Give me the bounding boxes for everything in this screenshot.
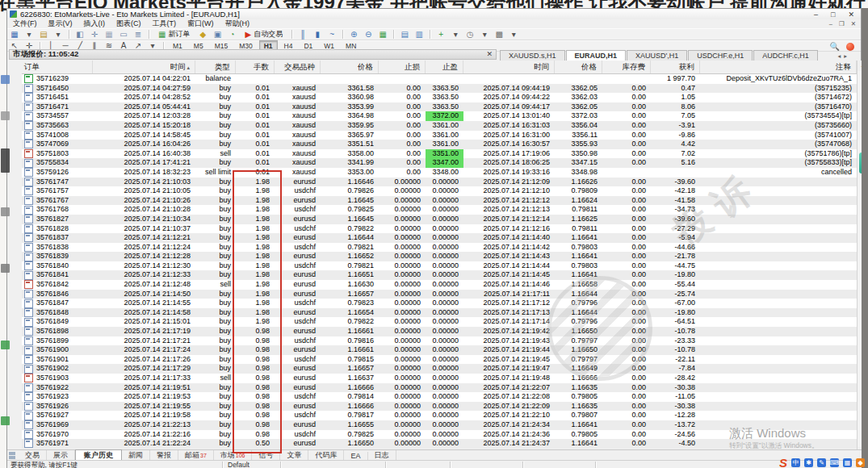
column-header-7[interactable]: 止盈: [426, 61, 463, 73]
indicator-add-icon[interactable]: +: [434, 29, 447, 40]
chart-tab-xauusd-s-h1[interactable]: XAUUSD.s,H1: [500, 50, 565, 61]
table-row[interactable]: 357618402025.07.14 21:12:30buy1.98usdchf…: [22, 261, 857, 271]
table-row[interactable]: 357345572025.07.14 12:03:28buy0.01xauusd…: [22, 111, 857, 121]
template-icon[interactable]: ▩: [493, 29, 505, 40]
ime-icon-5[interactable]: ◆: [856, 458, 865, 467]
strategy-tester-icon[interactable]: ◔: [225, 29, 238, 40]
menu-bar: 文件(F)显示(V)插入(I)图表(C)工具(T)窗口(W)帮助(H): [7, 19, 861, 28]
chart-tab-audchf-c-h1[interactable]: AUDCHF.c,H1: [753, 50, 818, 61]
column-header-6[interactable]: 止损: [379, 61, 426, 73]
chart-window-icon[interactable]: ▭: [117, 29, 130, 40]
table-row[interactable]: 357470692025.07.14 16:04:26buy0.01xauusd…: [22, 140, 857, 149]
column-header-12[interactable]: 注释: [700, 61, 857, 73]
table-row[interactable]: 357618482025.07.14 21:14:58buy1.98eurusd…: [22, 308, 857, 318]
table-row[interactable]: 357619002025.07.14 21:17:24buy0.98eurusd…: [22, 345, 857, 355]
chevron-down-icon[interactable]: ▾: [52, 29, 65, 40]
table-row[interactable]: 357619262025.07.14 21:19:55buy0.98eurusd…: [22, 402, 857, 412]
chevron-down-icon[interactable]: ▾: [478, 29, 491, 40]
chevron-down-icon[interactable]: ▾: [23, 29, 36, 40]
chevron-down-icon[interactable]: ▾: [507, 29, 520, 40]
table-row[interactable]: 357164512025.07.14 04:28:52buy0.01xauusd…: [22, 93, 857, 102]
ime-icon-4[interactable]: ▦: [843, 458, 852, 467]
ime-icon-3[interactable]: ⌨: [830, 458, 839, 467]
zoom-out-icon[interactable]: ⊖: [362, 29, 375, 40]
arrange-icon[interactable]: ▤: [398, 29, 411, 40]
cell-swap: 0.00: [602, 243, 651, 253]
table-row[interactable]: 357618382025.07.14 21:12:24buy1.98usdchf…: [22, 243, 857, 253]
chevron-down-icon[interactable]: ▾: [449, 29, 462, 40]
bar-chart-icon[interactable]: ║: [296, 29, 309, 40]
cell-p1: 0.79825: [321, 430, 379, 440]
table-row[interactable]: 357619222025.07.14 21:19:51buy0.98eurusd…: [22, 383, 857, 393]
table-row[interactable]: 357164502025.07.14 04:27:59buy0.01xauusd…: [22, 84, 857, 94]
chart-tab-euraud-h1[interactable]: EURAUD,H1: [566, 50, 627, 61]
candlestick-icon[interactable]: ▮: [311, 29, 324, 40]
table-row[interactable]: 357618992025.07.14 21:17:21buy0.98usdchf…: [22, 336, 857, 346]
objects-list-icon[interactable]: ≣: [132, 29, 145, 40]
tab-scroll-arrows[interactable]: ◂▸: [837, 52, 850, 60]
close-button[interactable]: ✕: [848, 10, 854, 19]
column-header-4[interactable]: 交易品种: [275, 61, 321, 73]
column-header-3[interactable]: 手数: [236, 61, 275, 73]
profiles-icon[interactable]: ▤: [37, 29, 50, 40]
table-row[interactable]: 357619022025.07.14 21:17:29buy0.98eurusd…: [22, 364, 857, 374]
column-header-0[interactable]: 订单: [22, 61, 93, 73]
cell-lots: 0.01: [236, 149, 275, 159]
table-row[interactable]: 357356632025.07.14 15:20:18buy0.01xauusd…: [22, 121, 857, 131]
ime-icon-1[interactable]: ✱: [804, 458, 813, 467]
new-order-button[interactable]: ▦新订单: [154, 29, 194, 40]
terminal-icon[interactable]: ▣: [211, 29, 224, 40]
table-row[interactable]: 357619272025.07.14 21:19:58buy0.98usdchf…: [22, 411, 857, 420]
grid-icon[interactable]: ▦: [103, 29, 115, 40]
table-row[interactable]: 357618982025.07.14 21:17:19buy0.98eurusd…: [22, 327, 857, 336]
minimize-button[interactable]: –: [814, 10, 818, 19]
line-chart-icon[interactable]: ~: [325, 29, 338, 40]
table-row[interactable]: 357618372025.07.14 21:12:21buy1.98eurusd…: [22, 233, 857, 243]
cell-tp: 0.00000: [426, 243, 463, 253]
column-header-9[interactable]: 价格: [555, 61, 602, 73]
column-header-2[interactable]: 类型: [195, 61, 236, 73]
terminal-tab-EA[interactable]: EA: [344, 452, 367, 460]
table-row[interactable]: 357618462025.07.14 21:14:50buy1.98eurusd…: [22, 290, 857, 299]
tile-windows-icon[interactable]: ▦: [376, 29, 389, 40]
zoom-in-icon[interactable]: ⊕: [347, 29, 360, 40]
column-header-1[interactable]: 时间▴: [93, 61, 195, 73]
column-header-10[interactable]: 库存费: [602, 61, 651, 73]
mdi-restore-button[interactable]: ❐: [839, 20, 845, 27]
mdi-minimize-button[interactable]: –: [829, 20, 832, 27]
table-row[interactable]: 357164712025.07.14 05:44:41buy0.01xauusd…: [22, 102, 857, 112]
expert-advisor-icon[interactable]: ◆: [196, 29, 209, 40]
table-row[interactable]: 357619232025.07.14 21:19:53buy0.98usdchf…: [22, 392, 857, 402]
table-row[interactable]: 357162392025.07.14 04:22:01balance1 997.…: [22, 74, 857, 84]
new-chart-icon[interactable]: ▦: [8, 29, 21, 40]
mdi-close-button[interactable]: ✕: [851, 20, 856, 27]
period-clock-icon[interactable]: ◷: [463, 29, 476, 40]
column-header-11[interactable]: 获利: [651, 61, 700, 73]
table-row[interactable]: 357619012025.07.14 21:17:26buy0.98usdchf…: [22, 355, 857, 365]
maximize-button[interactable]: □: [831, 10, 835, 19]
chart-tab-usdchf-e-h1[interactable]: USDCHF.e,H1: [688, 50, 753, 61]
market-watch-caption[interactable]: 市场报价: 11:05:42 ✕: [9, 49, 497, 60]
ime-icon-0[interactable]: 中: [791, 458, 800, 467]
table-row[interactable]: 357619032025.07.14 21:17:33sell0.98eurus…: [22, 374, 857, 383]
autotrade-button[interactable]: ▶自动交易: [241, 29, 287, 40]
table-row[interactable]: 357618392025.07.14 21:12:28buy1.98eurusd…: [22, 252, 857, 261]
table-row[interactable]: 357618422025.07.14 21:12:48sell1.98eurus…: [22, 280, 857, 290]
cell-swap: 0.00: [602, 252, 651, 261]
table-row[interactable]: 357618472025.07.14 21:14:55buy1.98usdchf…: [22, 299, 857, 308]
chart-shift-icon[interactable]: ◧: [73, 29, 86, 40]
column-header-8[interactable]: 时间: [463, 61, 555, 73]
ime-logo-icon[interactable]: S: [779, 456, 787, 468]
ime-icon-2[interactable]: ✎: [817, 458, 826, 467]
table-row[interactable]: 357618412025.07.14 21:12:33buy1.98eurusd…: [22, 270, 857, 280]
auto-scroll-icon[interactable]: ✛: [88, 29, 101, 40]
table-row[interactable]: 357518032025.07.14 16:40:38sell0.01xauus…: [22, 149, 857, 159]
market-watch-close-icon[interactable]: ✕: [486, 50, 493, 58]
table-row[interactable]: 357618492025.07.14 21:15:01buy1.98usdchf…: [22, 317, 857, 327]
column-header-5[interactable]: 价格: [321, 61, 379, 73]
cell-p1: 1.16646: [321, 178, 379, 187]
cascade-icon[interactable]: ▥: [413, 29, 426, 40]
chart-tab-xauusd-h1[interactable]: XAUUSD',H1: [627, 50, 687, 61]
table-row[interactable]: 357410082025.07.14 14:58:45buy0.01xauusd…: [22, 131, 857, 140]
status-profile[interactable]: Default: [222, 462, 280, 468]
